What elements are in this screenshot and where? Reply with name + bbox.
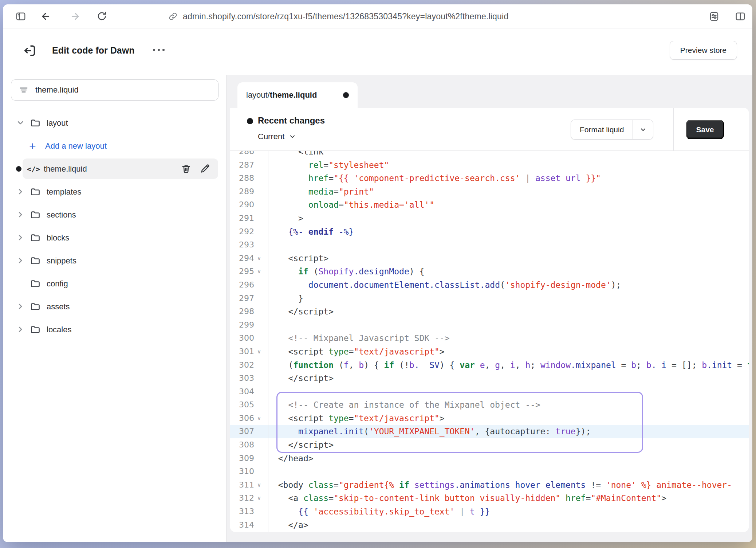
- chevron-right-icon[interactable]: [16, 233, 25, 242]
- chevron-right-icon[interactable]: [16, 302, 25, 311]
- exit-editor-icon[interactable]: [22, 43, 38, 59]
- split-view-icon[interactable]: [735, 11, 746, 22]
- fold-toggle-icon[interactable]: ∨: [254, 412, 268, 425]
- code-line-310[interactable]: 310: [230, 465, 749, 478]
- sidebar-folder-locales[interactable]: locales: [3, 318, 226, 341]
- code-line-299[interactable]: 299: [230, 318, 749, 332]
- code-line-305[interactable]: 305 <!-- Create an instance of the Mixpa…: [230, 398, 749, 412]
- code-line-287[interactable]: 287 rel="stylesheet": [230, 158, 749, 172]
- fold-spacer: [254, 305, 268, 318]
- plus-icon: +: [29, 140, 36, 152]
- code-text: <script>: [268, 252, 328, 265]
- code-line-296[interactable]: 296 document.documentElement.classList.a…: [230, 278, 749, 292]
- refresh-icon[interactable]: [97, 11, 107, 22]
- chevron-right-icon[interactable]: [16, 187, 25, 196]
- back-icon[interactable]: [40, 11, 51, 22]
- forward-icon[interactable]: [70, 11, 81, 22]
- code-line-293[interactable]: 293: [230, 238, 749, 252]
- fold-spacer: [254, 278, 268, 292]
- line-number: 296: [230, 278, 254, 292]
- header-divider: [673, 108, 674, 151]
- code-line-291[interactable]: 291 >: [230, 212, 749, 225]
- line-number: 293: [230, 238, 254, 252]
- code-line-302[interactable]: 302 (function (f, b) { if (!b.__SV) { va…: [230, 359, 749, 372]
- link-icon: [168, 12, 178, 21]
- folder-label: config: [47, 279, 68, 289]
- line-number: 312: [230, 492, 254, 505]
- preview-store-button[interactable]: Preview store: [670, 41, 737, 60]
- code-text: onload="this.media='all'": [268, 198, 434, 212]
- code-line-309[interactable]: 309 </head>: [230, 452, 749, 465]
- code-line-292[interactable]: 292 {%- endif -%}: [230, 225, 749, 239]
- code-line-288[interactable]: 288 href="{{ 'component-predictive-searc…: [230, 172, 749, 185]
- code-line-298[interactable]: 298 </script>: [230, 305, 749, 318]
- code-text: </head>: [268, 452, 314, 465]
- delete-file-icon[interactable]: [181, 163, 192, 174]
- add-new-layout-button[interactable]: +Add a new layout: [3, 134, 226, 157]
- code-line-294[interactable]: 294∨ <script>: [230, 252, 749, 265]
- chevron-right-icon[interactable]: [16, 210, 25, 219]
- code-line-306[interactable]: 306∨ <script type="text/javascript">: [230, 412, 749, 425]
- code-text: <link: [268, 151, 323, 158]
- code-line-307[interactable]: 307 mixpanel.init('YOUR_MIXPANEL_TOKEN',…: [230, 425, 749, 438]
- tab-theme-liquid[interactable]: layout/theme.liquid: [237, 82, 358, 108]
- code-line-313[interactable]: 313 {{ 'accessibility.skip_to_text' | t …: [230, 505, 749, 518]
- fold-toggle-icon[interactable]: ∨: [254, 252, 268, 265]
- code-line-301[interactable]: 301∨ <script type="text/javascript">: [230, 345, 749, 359]
- code-line-308[interactable]: 308 </script>: [230, 438, 749, 452]
- sidebar-folder-sections[interactable]: sections: [3, 203, 226, 226]
- chevron-right-icon[interactable]: [16, 325, 25, 334]
- sidebar-folder-assets[interactable]: assets: [3, 295, 226, 318]
- format-liquid-button[interactable]: Format liquid: [571, 120, 653, 140]
- fold-toggle-icon[interactable]: ∨: [254, 265, 268, 278]
- code-line-300[interactable]: 300 <!-- Mixpanel Javascript SDK -->: [230, 332, 749, 345]
- file-search: [11, 79, 218, 101]
- file-tree: layout+Add a new layout</>theme.liquidte…: [3, 111, 226, 341]
- line-number: 309: [230, 452, 254, 465]
- fold-toggle-icon[interactable]: ∨: [254, 345, 268, 359]
- folder-icon: [30, 255, 41, 266]
- code-line-297[interactable]: 297 }: [230, 292, 749, 305]
- save-button[interactable]: Save: [686, 120, 724, 139]
- code-line-311[interactable]: 311∨ <body class="gradient{% if settings…: [230, 478, 749, 492]
- code-text: (function (f, b) { if (!b.__SV) { var e,…: [268, 359, 749, 372]
- gutter-separator: [268, 151, 268, 532]
- code-line-314[interactable]: 314 </a>: [230, 518, 749, 532]
- code-line-289[interactable]: 289 media="print": [230, 185, 749, 199]
- sidebar-file-theme.liquid[interactable]: </>theme.liquid: [3, 157, 226, 180]
- rename-file-icon[interactable]: [200, 163, 210, 174]
- url-text: admin.shopify.com/store/rzq1xu-f5/themes…: [183, 12, 508, 21]
- code-text: {{ 'accessibility.skip_to_text' | t }}: [268, 505, 490, 518]
- line-number: 288: [230, 172, 254, 185]
- code-line-286[interactable]: 286 <link: [230, 151, 749, 158]
- chevron-down-icon[interactable]: [16, 118, 25, 127]
- code-line-295[interactable]: 295∨ if (Shopify.designMode) {: [230, 265, 749, 278]
- sidebar-folder-snippets[interactable]: snippets: [3, 249, 226, 272]
- code-editor[interactable]: 286 <link287 rel="stylesheet"288 href="{…: [230, 151, 749, 532]
- sidebar-folder-templates[interactable]: templates: [3, 180, 226, 203]
- more-options-icon[interactable]: [153, 49, 165, 51]
- code-line-290[interactable]: 290 onload="this.media='all'": [230, 198, 749, 212]
- folder-label: blocks: [47, 233, 69, 243]
- code-line-303[interactable]: 303 </script>: [230, 372, 749, 385]
- fold-spacer: [254, 198, 268, 212]
- sidebar-folder-layout[interactable]: layout: [3, 111, 226, 134]
- page-settings-icon[interactable]: [709, 11, 720, 22]
- search-input[interactable]: [11, 79, 218, 101]
- sidebar-folder-blocks[interactable]: blocks: [3, 226, 226, 249]
- url-bar[interactable]: admin.shopify.com/store/rzq1xu-f5/themes…: [168, 4, 508, 28]
- sidebar-toggle-icon[interactable]: [15, 11, 26, 22]
- fold-toggle-icon[interactable]: ∨: [254, 492, 268, 505]
- folder-icon: [30, 209, 41, 220]
- code-line-312[interactable]: 312∨ <a class="skip-to-content-link butt…: [230, 492, 749, 505]
- editor-card-header: Recent changes Current Format liquid Sav…: [230, 108, 749, 151]
- code-line-304[interactable]: 304: [230, 385, 749, 399]
- fold-toggle-icon[interactable]: ∨: [254, 478, 268, 492]
- sidebar-folder-config[interactable]: config: [3, 272, 226, 295]
- fold-spacer: [254, 172, 268, 185]
- version-selector[interactable]: Current: [258, 132, 296, 141]
- chevron-right-icon[interactable]: [16, 256, 25, 265]
- line-number: 286: [230, 151, 254, 158]
- format-options-toggle[interactable]: [633, 120, 653, 139]
- chevron-down-icon: [289, 133, 296, 140]
